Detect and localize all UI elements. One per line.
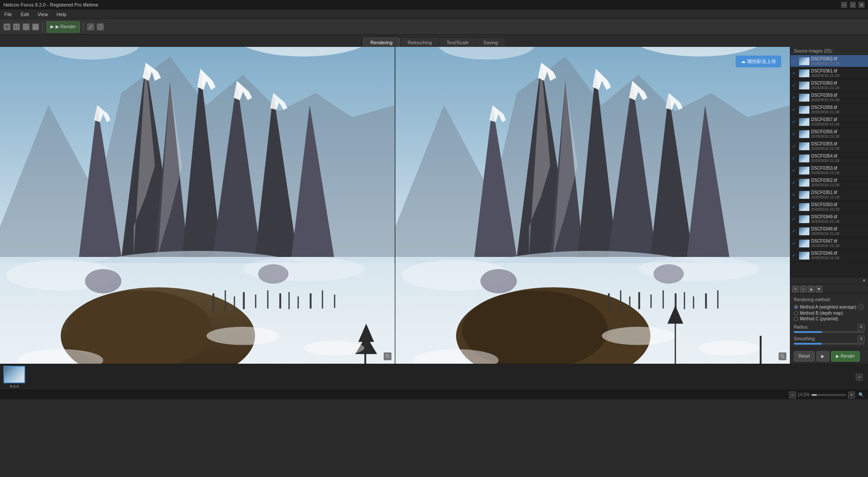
title-bar: Helicon Focus 8.2.0 - Registered Pro lif…	[0, 0, 868, 10]
source-thumbnail	[799, 167, 809, 174]
source-item[interactable]: ✓ DSCF0362.tif 2025/3/16 21:18	[790, 55, 868, 67]
maximize-button[interactable]: □	[850, 2, 856, 8]
source-item[interactable]: ✓ DSCF0355.tif 2025/3/16 21:18	[790, 140, 868, 152]
layout-quad-icon[interactable]	[23, 23, 30, 30]
bottom-strip: 8.4.4 ⤢	[0, 364, 868, 390]
reset-button[interactable]: Reset	[794, 351, 815, 362]
source-item[interactable]: ✓ DSCF0358.tif 2025/3/16 21:18	[790, 104, 868, 116]
pen-icon[interactable]	[87, 23, 94, 30]
source-checkbox[interactable]: ✓	[792, 107, 797, 112]
tab-saving[interactable]: Saving	[477, 38, 505, 47]
method-b-option[interactable]: Method B (depth map)	[794, 311, 865, 316]
source-checkbox[interactable]: ✓	[792, 83, 797, 88]
source-move-up-icon[interactable]: ▲	[808, 286, 815, 293]
bottom-thumbnail[interactable]	[3, 366, 25, 383]
source-checkbox[interactable]: ✓	[792, 241, 797, 246]
source-name: DSCF0349.tif	[811, 214, 866, 219]
radius-value[interactable]: 4	[858, 324, 865, 330]
source-delete-icon[interactable]: −	[800, 286, 807, 293]
source-item[interactable]: ✓ DSCF0361.tif 2025/3/16 21:19	[790, 67, 868, 79]
method-c-option[interactable]: Method C (pyramid)	[794, 316, 865, 321]
source-item[interactable]: ✓ DSCF0347.tif 2025/3/16 21:18	[790, 237, 868, 250]
info-icon[interactable]: i	[97, 23, 104, 30]
method-c-radio[interactable]	[794, 317, 798, 321]
zoom-out-button[interactable]: −	[789, 391, 796, 398]
source-checkbox[interactable]: ✓	[792, 59, 797, 64]
source-item[interactable]: ✓ DSCF0356.tif 2025/3/16 21:18	[790, 128, 868, 140]
layout-fill-icon[interactable]	[32, 23, 39, 30]
source-item[interactable]: ✓ DSCF0354.tif 2025/3/16 21:18	[790, 152, 868, 164]
source-item[interactable]: ✓ DSCF0357.tif 2025/3/16 21:18	[790, 116, 868, 128]
method-a-radio[interactable]	[794, 305, 798, 309]
source-item[interactable]: ✓ DSCF0346.tif 2025/3/16 21:18	[790, 250, 868, 262]
minimize-button[interactable]: ─	[841, 2, 847, 8]
right-panel: Source images (25): ✓ DSCF0362.tif 2025/…	[790, 47, 868, 364]
tab-rendering[interactable]: Rendering	[363, 38, 400, 47]
source-item[interactable]: ✓ DSCF0350.tif 2025/3/16 21:18	[790, 201, 868, 213]
source-add-icon[interactable]: +	[792, 286, 799, 293]
method-a-info-icon[interactable]: i	[858, 304, 864, 310]
left-image-panel[interactable]	[0, 47, 395, 364]
tab-retouching[interactable]: Retouching	[401, 38, 439, 47]
source-name: DSCF0347.tif	[811, 239, 866, 243]
source-checkbox[interactable]: ✓	[792, 253, 797, 258]
source-checkbox[interactable]: ✓	[792, 132, 797, 137]
source-checkbox[interactable]: ✓	[792, 204, 797, 210]
source-checkbox[interactable]: ✓	[792, 180, 797, 185]
source-images-list[interactable]: ✓ DSCF0362.tif 2025/3/16 21:18 ✓ DSCF036…	[790, 55, 868, 277]
upload-button[interactable]: ☁ 随拍影业上传	[736, 56, 781, 67]
arrow-button[interactable]: ▶	[816, 351, 829, 362]
scroll-arrow[interactable]: ▼	[790, 277, 868, 284]
method-a-option[interactable]: Method A (weighted average) i	[794, 304, 865, 310]
source-item[interactable]: ✓ DSCF0360.tif 2025/3/16 21:18	[790, 79, 868, 92]
source-date: 2025/3/16 21:18	[811, 243, 866, 248]
smoothing-slider-track[interactable]	[794, 343, 865, 345]
render-action-button[interactable]: ▶ Render	[831, 351, 860, 362]
method-b-radio[interactable]	[794, 311, 798, 316]
smoothing-value[interactable]: 4	[858, 336, 865, 342]
source-checkbox[interactable]: ✓	[792, 217, 797, 222]
expand-icon[interactable]: ⤢	[856, 374, 863, 381]
scroll-down-icon[interactable]: ▼	[862, 278, 866, 283]
source-info: DSCF0361.tif 2025/3/16 21:19	[811, 69, 866, 78]
left-zoom-icon[interactable]	[384, 352, 391, 360]
render-button[interactable]: ▶ ▶ Render	[46, 21, 80, 33]
source-checkbox[interactable]: ✓	[792, 71, 797, 76]
layout-split-icon[interactable]	[13, 23, 20, 30]
svg-rect-44	[289, 292, 290, 309]
source-thumbnail	[799, 69, 809, 77]
source-item[interactable]: ✓ DSCF0349.tif 2025/3/16 21:18	[790, 213, 868, 225]
source-item[interactable]: ✓ DSCF0352.tif 2025/3/16 21:18	[790, 177, 868, 189]
menu-help[interactable]: Help	[55, 11, 68, 18]
zoom-slider[interactable]	[812, 394, 846, 396]
source-checkbox[interactable]: ✓	[792, 119, 797, 125]
source-item[interactable]: ✓ DSCF0353.tif 2025/3/16 21:18	[790, 164, 868, 177]
source-thumbnail	[799, 155, 809, 162]
source-thumbnail	[799, 203, 809, 211]
source-date: 2025/3/16 21:18	[811, 171, 866, 175]
source-move-down-icon[interactable]: ▼	[815, 286, 822, 293]
source-item[interactable]: ✓ DSCF0351.tif 2025/3/16 21:18	[790, 189, 868, 201]
radius-slider-track[interactable]	[794, 331, 865, 333]
tab-text-scale[interactable]: Text/Scale	[440, 38, 476, 47]
menu-edit[interactable]: Edit	[19, 11, 31, 18]
source-checkbox[interactable]: ✓	[792, 95, 797, 100]
menu-view[interactable]: View	[36, 11, 50, 18]
source-checkbox[interactable]: ✓	[792, 144, 797, 149]
menu-file[interactable]: File	[3, 11, 14, 18]
source-item[interactable]: ✓ DSCF0359.tif 2025/3/16 21:18	[790, 92, 868, 104]
right-image-panel[interactable]: ☁ 随拍影业上传	[395, 47, 790, 364]
source-checkbox[interactable]: ✓	[792, 192, 797, 197]
zoom-in-button[interactable]: +	[848, 391, 855, 398]
radius-slider-row: Radius: 4	[794, 324, 865, 333]
source-checkbox[interactable]: ✓	[792, 156, 797, 161]
source-info: DSCF0360.tif 2025/3/16 21:18	[811, 81, 866, 90]
smoothing-slider-fill	[794, 343, 822, 345]
source-checkbox[interactable]: ✓	[792, 168, 797, 173]
layout-single-icon[interactable]	[3, 23, 10, 30]
source-item[interactable]: ✓ DSCF0348.tif 2025/3/16 21:18	[790, 225, 868, 237]
zoom-icon[interactable]: 🔍	[858, 392, 864, 397]
source-checkbox[interactable]: ✓	[792, 229, 797, 234]
close-button[interactable]: ✕	[858, 2, 865, 8]
right-zoom-icon[interactable]	[779, 352, 786, 360]
